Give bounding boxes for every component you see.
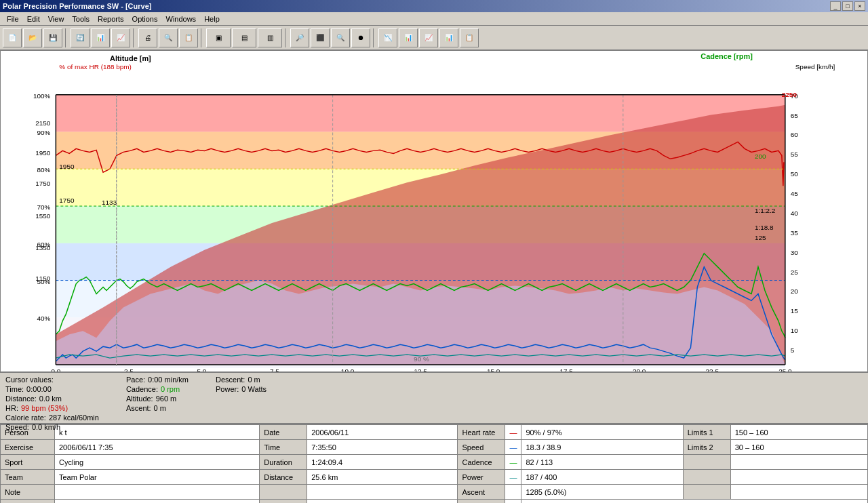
tb-btn14[interactable]: 📊 <box>439 28 458 47</box>
tb-btn12[interactable]: 📊 <box>399 28 418 47</box>
sport-value: Cycling <box>55 455 260 470</box>
new-button[interactable]: 📄 <box>3 28 22 47</box>
menu-windows[interactable]: Windows <box>162 14 201 24</box>
svg-text:50: 50 <box>791 170 799 178</box>
power-value: 0 Watts <box>241 385 267 393</box>
zoom-in-button[interactable]: 🔎 <box>290 28 309 47</box>
cadence-row: Cadence: 0 rpm <box>126 385 189 393</box>
svg-text:100%: 100% <box>33 92 51 100</box>
cursor-label: Cursor values: <box>5 376 54 384</box>
date-value: 2006/06/11 <box>307 425 458 440</box>
tb-btn5[interactable]: 🔍 <box>159 28 178 47</box>
speed-line-color: — <box>505 440 521 455</box>
svg-text:10.0: 10.0 <box>341 367 355 371</box>
table-row-6: Selection 0:00:00 – 1:24:05 (1:24:05.0) <box>1 500 868 504</box>
svg-text:Altitude [m]: Altitude [m] <box>110 54 151 62</box>
svg-text:55: 55 <box>791 150 799 158</box>
power-label: Power: <box>216 385 239 393</box>
sep2 <box>133 28 136 47</box>
exercise-label: Exercise <box>1 440 55 455</box>
svg-text:65: 65 <box>791 112 799 119</box>
team-label: Team <box>1 470 55 485</box>
empty-value-4 <box>730 485 867 500</box>
limits1-label: Limits 1 <box>683 425 730 440</box>
table-row-2: Exercise 2006/06/11 7:35 Time 7:35:50 Sp… <box>1 440 868 455</box>
note-value <box>55 485 260 500</box>
team-value: Team Polar <box>55 470 260 485</box>
pace-label: Pace: <box>126 376 145 384</box>
pace-value: 0:00 min/km <box>148 376 189 384</box>
svg-text:20: 20 <box>791 287 799 295</box>
zoom-out-button[interactable]: 🔍 <box>331 28 350 47</box>
print-button[interactable]: 🖨 <box>138 28 157 47</box>
svg-text:40: 40 <box>791 209 799 217</box>
title-bar-controls: _ □ × <box>830 1 865 11</box>
svg-text:10: 10 <box>791 327 799 334</box>
altitude-label: Altitude: <box>126 395 153 403</box>
distance-value: 0.0 km <box>39 395 62 403</box>
refresh-button[interactable]: 🔄 <box>71 28 90 47</box>
tb-btn7[interactable]: ▣ <box>206 28 231 47</box>
svg-text:1133: 1133 <box>102 199 117 206</box>
empty-value-2 <box>730 470 867 485</box>
minimize-button[interactable]: _ <box>830 1 841 11</box>
tb-btn15[interactable]: 📋 <box>460 28 479 47</box>
open-button[interactable]: 📂 <box>23 28 42 47</box>
distance-label: Distance: <box>5 395 37 403</box>
tb-btn11[interactable]: 📉 <box>378 28 397 47</box>
tb-btn2[interactable]: 📊 <box>91 28 110 47</box>
tb-btn6[interactable]: 📋 <box>179 28 198 47</box>
cadence-stat-value: 82 / 113 <box>521 455 683 470</box>
tb-btn9[interactable]: ▥ <box>258 28 282 47</box>
time-row: Time: 0:00:00 <box>5 385 99 393</box>
menu-help[interactable]: Help <box>200 14 224 24</box>
menu-reports[interactable]: Reports <box>94 14 128 24</box>
svg-text:Cadence [rpm]: Cadence [rpm] <box>701 52 753 60</box>
chart-area[interactable]: 100% 90% 80% 70% 60% 50% 40% 2150 1950 1… <box>0 50 868 372</box>
menu-view[interactable]: View <box>44 14 68 24</box>
svg-text:12.5: 12.5 <box>414 367 427 371</box>
svg-text:20.0: 20.0 <box>633 367 646 371</box>
save-button[interactable]: 💾 <box>43 28 62 47</box>
menu-file[interactable]: File <box>3 14 23 24</box>
power-line-color: — <box>505 470 521 485</box>
note-label: Note <box>1 485 55 500</box>
tb-btn8[interactable]: ▤ <box>232 28 256 47</box>
speed-stat-label: Speed <box>458 440 505 455</box>
zoom-fit-button[interactable]: ⬛ <box>311 28 330 47</box>
time-label: Time: <box>5 385 24 393</box>
maximize-button[interactable]: □ <box>842 1 853 11</box>
svg-text:Speed [km/h]: Speed [km/h] <box>795 63 835 71</box>
tb-btn13[interactable]: 📈 <box>419 28 438 47</box>
altitude-value: 960 m <box>156 395 177 403</box>
altitude-row: Altitude: 960 m <box>126 395 189 403</box>
hr-line-color: — <box>505 425 521 440</box>
table-row-3: Sport Cycling Duration 1:24:09.4 Cadence… <box>1 455 868 470</box>
svg-text:2.5: 2.5 <box>124 367 134 371</box>
svg-text:125: 125 <box>755 234 766 241</box>
date-label: Date <box>260 425 307 440</box>
menu-edit[interactable]: Edit <box>23 14 44 24</box>
menu-tools[interactable]: Tools <box>68 14 94 24</box>
svg-text:1350: 1350 <box>35 244 51 252</box>
speed-value: 0.0 km/h <box>32 423 60 431</box>
stats-col-3: Descent: 0 m Power: 0 Watts <box>216 376 267 420</box>
ascent-empty <box>505 485 521 500</box>
dist-label: Distance <box>260 470 307 485</box>
ascent-stat-value: 1285 (5.0%) <box>521 485 683 500</box>
menu-options[interactable]: Options <box>128 14 162 24</box>
table-row-5: Note Ascent 1285 (5.0%) <box>1 485 868 500</box>
close-button[interactable]: × <box>854 1 865 11</box>
duration-value: 1:24:09.4 <box>307 455 458 470</box>
stats-bar: Cursor values: Time: 0:00:00 Distance: 0… <box>0 372 868 423</box>
cadence-value: 0 rpm <box>161 385 180 393</box>
empty-label-3 <box>260 485 307 500</box>
svg-text:0.0: 0.0 <box>51 367 60 371</box>
table-row-1: Person k t Date 2006/06/11 Heart rate — … <box>1 425 868 440</box>
tb-btn10[interactable]: ⏺ <box>351 28 370 47</box>
cadence-stat-label: Cadence <box>458 455 505 470</box>
calorie-row: Calorie rate: 287 kcal/60min <box>5 414 99 422</box>
ascent-stat-label: Ascent <box>458 485 505 500</box>
calorie-label: Calorie rate: <box>5 414 46 422</box>
tb-btn3[interactable]: 📈 <box>111 28 130 47</box>
